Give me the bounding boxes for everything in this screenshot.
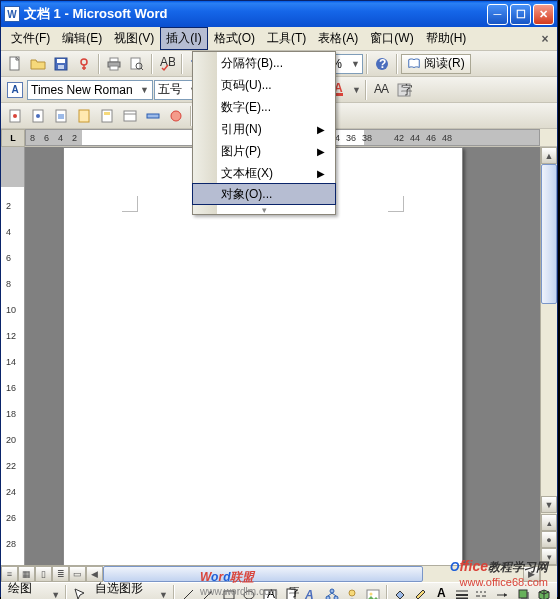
close-button[interactable]: ✕ [533, 4, 554, 25]
vruler-tick: 24 [6, 487, 16, 497]
print-preview-button[interactable] [126, 53, 148, 75]
menu-format[interactable]: 格式(O) [208, 27, 261, 50]
line-color-button[interactable] [411, 584, 431, 599]
svg-rect-85 [519, 590, 527, 598]
menu-edit[interactable]: 编辑(E) [56, 27, 108, 50]
vertical-ruler[interactable]: 2 4 6 8 10 12 14 16 18 20 22 24 26 28 [1, 147, 25, 565]
scroll-down-button[interactable]: ▼ [541, 496, 557, 513]
3d-button[interactable] [534, 584, 554, 599]
arrow-style-button[interactable] [493, 584, 513, 599]
doc-close-button[interactable]: × [537, 31, 553, 47]
draw-menu[interactable]: 绘图(D) [4, 580, 48, 600]
save-button[interactable] [50, 53, 72, 75]
menu-help[interactable]: 帮助(H) [420, 27, 473, 50]
scroll-thumb[interactable] [541, 164, 557, 304]
menu-tools[interactable]: 工具(T) [261, 27, 312, 50]
reading-view-button[interactable]: ▭ [69, 566, 86, 582]
prev-page-button[interactable]: ▴ [541, 514, 557, 531]
rectangle-tool-button[interactable] [219, 584, 239, 599]
tab-selector[interactable]: L [1, 129, 25, 147]
menu-view[interactable]: 视图(V) [108, 27, 160, 50]
line-tool-button[interactable] [178, 584, 198, 599]
clipart-button[interactable] [342, 584, 362, 599]
scroll-right-button[interactable]: ▶ [523, 566, 540, 582]
menu-item-label: 图片(P) [221, 143, 261, 160]
svg-rect-51 [124, 111, 136, 121]
menu-table[interactable]: 表格(A) [312, 27, 364, 50]
svg-point-45 [36, 114, 40, 118]
menu-numbers[interactable]: 数字(E)... [193, 96, 335, 118]
tb-icon-6[interactable] [119, 105, 141, 127]
maximize-button[interactable]: ☐ [510, 4, 531, 25]
menu-picture[interactable]: 图片(P)▶ [193, 140, 335, 162]
open-button[interactable] [27, 53, 49, 75]
vertical-scrollbar[interactable]: ▲ ▼ ▴ ● ▾ [540, 147, 557, 565]
dropdown-arrow-icon: ▼ [351, 59, 360, 69]
tb-icon-2[interactable] [27, 105, 49, 127]
tb-icon-1[interactable] [4, 105, 26, 127]
styles-button[interactable]: A [4, 79, 26, 101]
menu-file[interactable]: 文件(F) [5, 27, 56, 50]
dropdown-arrow-icon: ▼ [49, 590, 62, 599]
char-scaling-button[interactable]: AA [370, 79, 392, 101]
menu-reference[interactable]: 引用(N)▶ [193, 118, 335, 140]
dash-style-button[interactable] [473, 584, 493, 599]
hscroll-thumb[interactable] [103, 566, 423, 582]
oval-tool-button[interactable] [240, 584, 260, 599]
menu-object[interactable]: 对象(O)... [192, 183, 336, 205]
permission-button[interactable] [73, 53, 95, 75]
tb-icon-4[interactable] [73, 105, 95, 127]
insert-picture-button[interactable] [363, 584, 383, 599]
scroll-up-button[interactable]: ▲ [541, 147, 557, 164]
minimize-button[interactable]: ─ [487, 4, 508, 25]
wordart-button[interactable]: A [301, 584, 321, 599]
horizontal-scrollbar[interactable]: ◀ ▶ [86, 566, 540, 582]
menubar: 文件(F) 编辑(E) 视图(V) 插入(I) 格式(O) 工具(T) 表格(A… [1, 27, 557, 51]
ruler-tick: 2 [72, 133, 77, 143]
vertical-textbox-button[interactable]: 字 [281, 584, 301, 599]
autoshapes-menu[interactable]: 自选图形(U) [91, 580, 156, 600]
arrow-tool-button[interactable] [199, 584, 219, 599]
scroll-left-button[interactable]: ◀ [86, 566, 103, 582]
reading-mode-button[interactable]: 阅读(R) [401, 54, 471, 74]
menu-insert[interactable]: 插入(I) [160, 27, 207, 50]
textbox-tool-button[interactable]: A [260, 584, 280, 599]
tb-icon-5[interactable] [96, 105, 118, 127]
spelling-button[interactable]: ABC [156, 53, 178, 75]
menu-break[interactable]: 分隔符(B)... [193, 52, 335, 74]
font-color-button-2[interactable]: A [432, 584, 452, 599]
diagram-button[interactable] [322, 584, 342, 599]
svg-text:?: ? [379, 57, 386, 71]
dropdown-arrow-icon[interactable]: ▼ [351, 85, 362, 95]
tb-icon-8[interactable] [165, 105, 187, 127]
new-doc-button[interactable] [4, 53, 26, 75]
style-a-icon: A [7, 82, 23, 98]
shadow-button[interactable] [514, 584, 534, 599]
vruler-tick: 12 [6, 331, 16, 341]
browse-object-button[interactable]: ● [541, 531, 557, 548]
fill-color-button[interactable] [391, 584, 411, 599]
svg-text:A: A [304, 588, 314, 599]
char-shading-button[interactable]: 字 [393, 79, 415, 101]
line-style-button[interactable] [452, 584, 472, 599]
next-page-button[interactable]: ▾ [541, 548, 557, 565]
vruler-tick: 22 [6, 461, 16, 471]
menu-item-label: 引用(N) [221, 121, 262, 138]
submenu-arrow-icon: ▶ [317, 124, 325, 135]
vruler-tick: 20 [6, 435, 16, 445]
outline-view-button[interactable]: ≣ [52, 566, 69, 582]
tb-icon-7[interactable] [142, 105, 164, 127]
svg-rect-5 [110, 58, 118, 62]
vruler-tick: 8 [6, 279, 11, 289]
menu-textbox[interactable]: 文本框(X)▶ [193, 162, 335, 184]
dropdown-arrow-icon: ▼ [157, 590, 170, 599]
menu-window[interactable]: 窗口(W) [364, 27, 419, 50]
window-title: 文档 1 - Microsoft Word [24, 5, 485, 23]
select-objects-button[interactable] [70, 584, 90, 599]
tb-icon-3[interactable] [50, 105, 72, 127]
submenu-arrow-icon: ▶ [317, 168, 325, 179]
help-button[interactable]: ? [371, 53, 393, 75]
font-combo[interactable]: Times New Roman▼ [27, 80, 153, 100]
menu-page-numbers[interactable]: 页码(U)... [193, 74, 335, 96]
print-button[interactable] [103, 53, 125, 75]
